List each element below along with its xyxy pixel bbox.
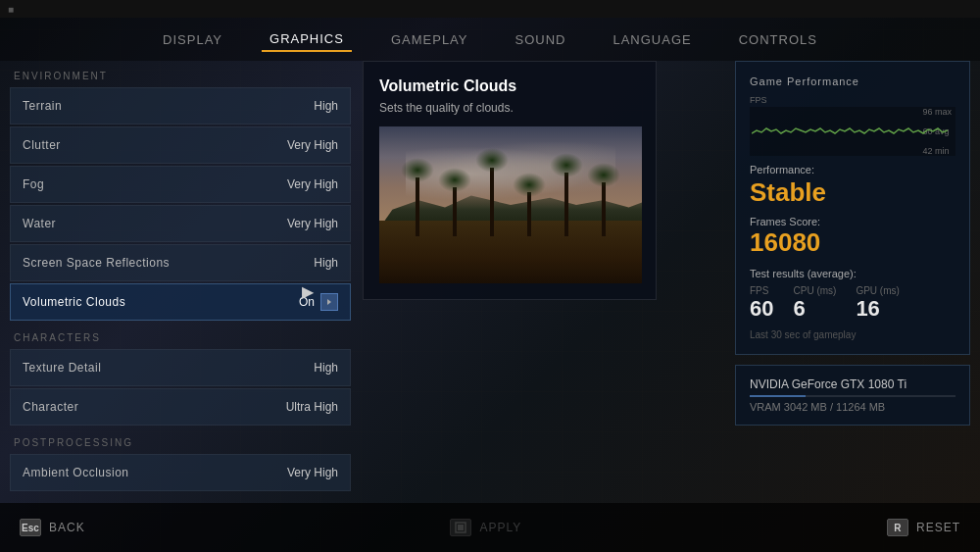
settings-row-terrain[interactable]: Terrain High xyxy=(10,87,351,125)
section-environment: ENVIRONMENT xyxy=(10,61,351,87)
scene-palms xyxy=(379,142,642,236)
tooltip-image xyxy=(379,126,642,283)
palm-3 xyxy=(490,168,494,236)
performance-card: Game Performance FPS 96 max 60 avg 42 mi… xyxy=(735,61,970,355)
palm-1 xyxy=(416,177,419,236)
back-label: BACK xyxy=(49,521,85,534)
metric-gpu: GPU (ms) 16 xyxy=(856,285,899,322)
water-label: Water xyxy=(23,217,56,230)
svg-rect-2 xyxy=(458,525,464,530)
ssr-label: Screen Space Reflections xyxy=(23,256,170,270)
gpu-vram-fill xyxy=(750,395,806,397)
volumetric-clouds-label: Volumetric Clouds xyxy=(23,295,125,309)
tooltip-card: Volumetric Clouds Sets the quality of cl… xyxy=(363,61,657,300)
fog-label: Fog xyxy=(23,177,44,191)
frames-score-value: 16080 xyxy=(750,227,956,258)
clutter-label: Clutter xyxy=(23,138,61,152)
palm-5 xyxy=(564,173,568,236)
section-characters: CHARACTERS xyxy=(10,323,351,349)
fps-metric-value: 60 xyxy=(750,296,773,322)
settings-row-character[interactable]: Character Ultra High xyxy=(10,388,351,426)
gpu-info-card: NVIDIA GeForce GTX 1080 Ti VRAM 3042 MB … xyxy=(735,365,970,426)
cpu-metric-value: 6 xyxy=(793,296,836,322)
titlebar: ■ xyxy=(0,0,980,18)
settings-row-ssr[interactable]: Screen Space Reflections High xyxy=(10,244,351,281)
ambient-occlusion-value: Very High xyxy=(287,466,338,479)
fps-graph-container: FPS 96 max 60 avg 42 min xyxy=(750,95,956,156)
ambient-occlusion-label: Ambient Occlusion xyxy=(23,466,129,479)
back-key: Esc xyxy=(20,519,41,536)
chevron-right-icon xyxy=(324,297,334,307)
fps-label: FPS xyxy=(750,95,956,105)
bottom-bar: Esc BACK APPLY R RESET xyxy=(0,503,980,552)
nav-item-language[interactable]: Language xyxy=(605,28,699,51)
gpu-vram-text: VRAM 3042 MB / 11264 MB xyxy=(750,401,956,413)
waveform-svg xyxy=(752,119,948,148)
nav-item-gameplay[interactable]: Gameplay xyxy=(383,28,476,51)
performance-label: Performance: xyxy=(750,164,956,176)
reset-button[interactable]: R RESET xyxy=(887,519,960,536)
settings-row-fog[interactable]: Fog Very High xyxy=(10,166,351,203)
apply-key xyxy=(450,519,471,536)
settings-row-water[interactable]: Water Very High xyxy=(10,205,351,242)
performance-title: Game Performance xyxy=(750,75,956,87)
last-sec: Last 30 sec of gameplay xyxy=(750,329,956,340)
palm-6 xyxy=(602,182,606,236)
svg-marker-0 xyxy=(327,299,331,305)
gpu-vram-bar xyxy=(750,395,956,397)
volumetric-clouds-value: On xyxy=(299,295,315,309)
tooltip-title: Volumetric Clouds xyxy=(379,77,640,95)
character-value: Ultra High xyxy=(286,400,338,414)
cpu-metric-label: CPU (ms) xyxy=(793,285,836,296)
gpu-name: NVIDIA GeForce GTX 1080 Ti xyxy=(750,377,956,391)
reset-label: RESET xyxy=(916,521,960,534)
fps-max: 96 max xyxy=(922,107,952,117)
fps-graph: 96 max 60 avg 42 min xyxy=(750,107,956,156)
texture-detail-value: High xyxy=(314,361,338,375)
right-panel: Game Performance FPS 96 max 60 avg 42 mi… xyxy=(735,61,970,426)
tooltip-desc: Sets the quality of clouds. xyxy=(379,101,640,115)
left-panel: ENVIRONMENT Terrain High Clutter Very Hi… xyxy=(10,61,351,503)
ssr-value: High xyxy=(314,256,338,270)
nav-item-graphics[interactable]: Graphics xyxy=(262,27,352,52)
metric-cpu: CPU (ms) 6 xyxy=(793,285,836,322)
fog-value: Very High xyxy=(287,177,338,191)
texture-detail-label: Texture Detail xyxy=(23,361,101,375)
settings-row-ambient-occlusion[interactable]: Ambient Occlusion Very High xyxy=(10,454,351,491)
nav-item-display[interactable]: Display xyxy=(155,28,230,51)
clutter-value: Very High xyxy=(287,138,338,152)
apply-icon xyxy=(455,522,466,533)
palm-2 xyxy=(453,187,457,236)
apply-label: APPLY xyxy=(479,521,521,534)
water-value: Very High xyxy=(287,217,338,230)
nav-item-sound[interactable]: Sound xyxy=(507,28,573,51)
performance-stable: Stable xyxy=(750,177,956,208)
middle-panel: Volumetric Clouds Sets the quality of cl… xyxy=(363,61,657,300)
character-label: Character xyxy=(23,400,78,414)
test-results-label: Test results (average): xyxy=(750,268,956,279)
apply-button[interactable]: APPLY xyxy=(450,519,521,536)
palm-4 xyxy=(527,192,531,236)
gpu-metric-value: 16 xyxy=(856,296,899,322)
section-postprocessing: POSTPROCESSING xyxy=(10,427,351,454)
volumetric-clouds-control: On xyxy=(299,293,338,311)
settings-row-volumetric-clouds[interactable]: Volumetric Clouds On xyxy=(10,283,351,321)
fps-metric-label: FPS xyxy=(750,285,773,296)
metrics-row: FPS 60 CPU (ms) 6 GPU (ms) 16 xyxy=(750,285,956,322)
toggle-box[interactable] xyxy=(320,293,338,311)
settings-row-clutter[interactable]: Clutter Very High xyxy=(10,126,351,164)
nav-bar: Display Graphics Gameplay Sound Language… xyxy=(0,18,980,61)
reset-key: R xyxy=(887,519,908,536)
metric-fps: FPS 60 xyxy=(750,285,773,322)
terrain-value: High xyxy=(314,99,338,113)
settings-row-texture-detail[interactable]: Texture Detail High xyxy=(10,349,351,386)
titlebar-icon: ■ xyxy=(8,4,14,15)
nav-item-controls[interactable]: Controls xyxy=(731,28,825,51)
terrain-label: Terrain xyxy=(23,99,62,113)
gpu-metric-label: GPU (ms) xyxy=(856,285,899,296)
frames-score-label: Frames Score: xyxy=(750,216,956,227)
back-button[interactable]: Esc BACK xyxy=(20,519,85,536)
